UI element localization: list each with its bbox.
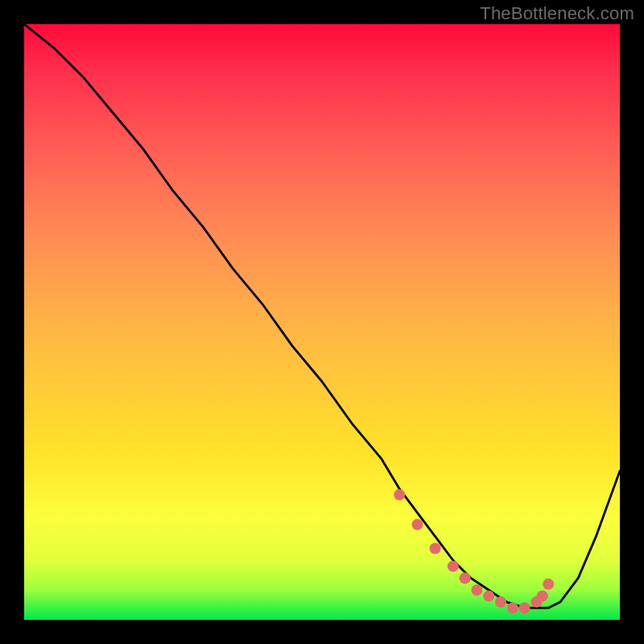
marker-dot [460, 572, 471, 584]
marker-dot [430, 543, 441, 554]
marker-dot [394, 489, 405, 501]
marker-dot [448, 560, 459, 572]
marker-dot [411, 519, 423, 530]
bottleneck-curve-line [24, 24, 620, 608]
watermark-text: TheBottleneck.com [480, 3, 634, 24]
marker-dot [495, 597, 506, 608]
chart-frame: TheBottleneck.com [0, 0, 644, 644]
marker-dot [519, 602, 530, 613]
marker-dot [483, 590, 494, 601]
marker-dot [543, 579, 554, 590]
chart-svg [24, 24, 620, 620]
marker-dot [471, 584, 482, 596]
marker-dot [537, 590, 548, 601]
optimal-range-markers [394, 489, 554, 614]
plot-area [24, 24, 620, 620]
marker-dot [507, 602, 518, 613]
